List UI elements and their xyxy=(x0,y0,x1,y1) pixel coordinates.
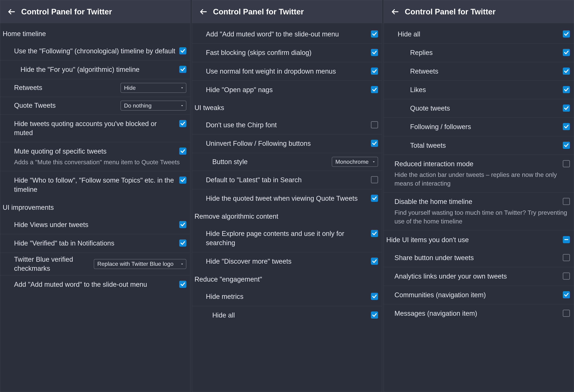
select-blue-checkmarks[interactable]: Replace with Twitter Blue logo xyxy=(94,259,186,269)
panel-content: Add "Add muted word" to the slide-out me… xyxy=(192,23,382,392)
checkbox-add-muted-word[interactable] xyxy=(179,281,186,288)
select-retweets-value: Hide xyxy=(124,85,136,91)
check-icon xyxy=(372,196,377,201)
checkbox-dont-use-chirp[interactable] xyxy=(371,121,378,128)
checkbox-uninvert-follow[interactable] xyxy=(371,140,378,147)
back-button[interactable] xyxy=(199,7,208,16)
panel-header: Control Panel for Twitter xyxy=(384,0,574,23)
checkbox-reduced-interaction[interactable] xyxy=(563,160,570,167)
label-hide-who-to-follow: Hide "Who to follow", "Follow some Topic… xyxy=(14,176,176,194)
row-hide-explore[interactable]: Hide Explore page contents and use it on… xyxy=(192,224,382,252)
row-total-tweets[interactable]: Total tweets xyxy=(384,136,574,155)
label-hide-metrics: Hide metrics xyxy=(206,292,368,301)
checkbox-default-latest-search[interactable] xyxy=(371,176,378,183)
checkbox-hide-quoted-tweet[interactable] xyxy=(371,195,378,202)
row-hide-views[interactable]: Hide Views under tweets xyxy=(0,216,190,234)
select-quote-tweets[interactable]: Do nothing xyxy=(121,101,186,111)
checkbox-hide-all[interactable] xyxy=(563,30,570,37)
svg-marker-5 xyxy=(373,161,375,163)
row-hide-ui-items-header[interactable]: Hide UI items you don't use xyxy=(384,230,574,249)
checkbox-quote-tweets-metric[interactable] xyxy=(563,105,570,112)
row-uninvert-follow[interactable]: Uninvert Follow / Following buttons xyxy=(192,134,382,153)
row-likes-metric[interactable]: Likes xyxy=(384,81,574,99)
checkbox-messages-nav[interactable] xyxy=(563,310,570,317)
row-mute-quoting[interactable]: Mute quoting of specific tweets Adds a "… xyxy=(0,142,190,171)
row-hide-verified-tab[interactable]: Hide "Verified" tab in Notifications xyxy=(0,234,190,253)
row-hide-who-to-follow[interactable]: Hide "Who to follow", "Follow some Topic… xyxy=(0,171,190,199)
row-add-muted-word-2[interactable]: Add "Add muted word" to the slide-out me… xyxy=(192,25,382,44)
checkbox-hide-explore[interactable] xyxy=(371,230,378,237)
label-uninvert-follow: Uninvert Follow / Following buttons xyxy=(206,139,368,148)
checkbox-analytics-links[interactable] xyxy=(563,273,570,280)
row-retweets[interactable]: Retweets Hide xyxy=(0,79,190,97)
row-hide-open-app[interactable]: Hide "Open app" nags xyxy=(192,81,382,99)
checkbox-hide-discover-more[interactable] xyxy=(371,258,378,265)
checkbox-share-button[interactable] xyxy=(563,254,570,261)
row-hide-metrics[interactable]: Hide metrics xyxy=(192,287,382,306)
checkbox-hide-quoting-blocked[interactable] xyxy=(179,120,186,127)
select-retweets[interactable]: Hide xyxy=(121,83,186,93)
checkbox-total-tweets[interactable] xyxy=(563,142,570,149)
row-replies[interactable]: Replies xyxy=(384,44,574,62)
check-icon xyxy=(372,294,377,299)
row-retweets-metric[interactable]: Retweets xyxy=(384,62,574,81)
row-following-timeline[interactable]: Use the "Following" (chronological) time… xyxy=(0,42,190,60)
row-quote-tweets[interactable]: Quote Tweets Do nothing xyxy=(0,97,190,115)
checkbox-hide-for-you[interactable] xyxy=(179,66,186,73)
label-following-timeline: Use the "Following" (chronological) time… xyxy=(14,47,176,56)
checkbox-mute-quoting[interactable] xyxy=(179,148,186,155)
check-icon xyxy=(372,68,377,74)
checkbox-normal-font-dropdown[interactable] xyxy=(371,68,378,75)
select-button-style-value: Monochrome xyxy=(335,159,369,165)
row-hide-quoting-blocked[interactable]: Hide tweets quoting accounts you've bloc… xyxy=(0,115,190,142)
desc-reduced-interaction: Hide the action bar under tweets – repli… xyxy=(394,170,570,188)
back-button[interactable] xyxy=(7,7,16,16)
checkbox-fast-blocking[interactable] xyxy=(371,49,378,56)
checkbox-retweets-metric[interactable] xyxy=(563,68,570,75)
checkbox-hide-metrics[interactable] xyxy=(371,293,378,300)
panel-2: Control Panel for Twitter Add "Add muted… xyxy=(192,0,382,392)
row-hide-quoted-tweet[interactable]: Hide the quoted tweet when viewing Quote… xyxy=(192,189,382,208)
checkbox-hide-who-to-follow[interactable] xyxy=(179,177,186,184)
panel-content: Home timeline Use the "Following" (chron… xyxy=(0,23,190,392)
back-button[interactable] xyxy=(391,7,399,16)
row-following-followers[interactable]: Following / followers xyxy=(384,118,574,136)
checkbox-replies[interactable] xyxy=(563,49,570,56)
row-hide-all[interactable]: Hide all xyxy=(384,25,574,44)
row-dont-use-chirp[interactable]: Don't use the Chirp font xyxy=(192,116,382,134)
row-normal-font-dropdown[interactable]: Use normal font weight in dropdown menus xyxy=(192,62,382,81)
checkbox-disable-home-timeline[interactable] xyxy=(563,198,570,205)
row-hide-all-metrics[interactable]: Hide all xyxy=(192,306,382,322)
row-analytics-links[interactable]: Analytics links under your own tweets xyxy=(384,267,574,286)
row-button-style[interactable]: Button style Monochrome xyxy=(192,153,382,171)
label-share-button: Share button under tweets xyxy=(394,253,559,262)
row-add-muted-word[interactable]: Add "Add muted word" to the slide-out me… xyxy=(0,275,190,294)
row-hide-discover-more[interactable]: Hide "Discover more" tweets xyxy=(192,252,382,271)
checkbox-add-muted-word[interactable] xyxy=(371,30,378,37)
checkbox-hide-open-app[interactable] xyxy=(371,86,378,93)
row-fast-blocking[interactable]: Fast blocking (skips confirm dialog) xyxy=(192,44,382,62)
row-share-button[interactable]: Share button under tweets xyxy=(384,249,574,267)
label-quote-tweets-metric: Quote tweets xyxy=(410,104,559,113)
checkbox-communities-nav[interactable] xyxy=(563,291,570,298)
label-likes-metric: Likes xyxy=(410,85,559,94)
row-disable-home-timeline[interactable]: Disable the home timeline Find yourself … xyxy=(384,192,574,230)
row-default-latest-search[interactable]: Default to "Latest" tab in Search xyxy=(192,171,382,189)
check-icon xyxy=(180,177,185,183)
select-button-style[interactable]: Monochrome xyxy=(332,157,378,167)
row-quote-tweets-metric[interactable]: Quote tweets xyxy=(384,99,574,118)
label-blue-checkmarks: Twitter Blue verified checkmarks xyxy=(14,255,90,273)
row-blue-checkmarks[interactable]: Twitter Blue verified checkmarks Replace… xyxy=(0,253,190,276)
checkbox-hide-ui-items[interactable] xyxy=(563,236,570,243)
checkbox-hide-views[interactable] xyxy=(179,221,186,228)
row-communities-nav[interactable]: Communities (navigation item) xyxy=(384,286,574,304)
checkbox-hide-all-metrics[interactable] xyxy=(371,312,378,318)
check-icon xyxy=(564,50,569,55)
checkbox-hide-verified-tab[interactable] xyxy=(179,240,186,247)
row-reduced-interaction[interactable]: Reduced interaction mode Hide the action… xyxy=(384,155,574,192)
row-hide-for-you[interactable]: Hide the "For you" (algorithmic) timelin… xyxy=(0,60,190,79)
checkbox-likes-metric[interactable] xyxy=(563,86,570,93)
checkbox-following-timeline[interactable] xyxy=(179,47,186,55)
checkbox-following-followers[interactable] xyxy=(563,123,570,130)
row-messages-nav[interactable]: Messages (navigation item) xyxy=(384,304,574,323)
